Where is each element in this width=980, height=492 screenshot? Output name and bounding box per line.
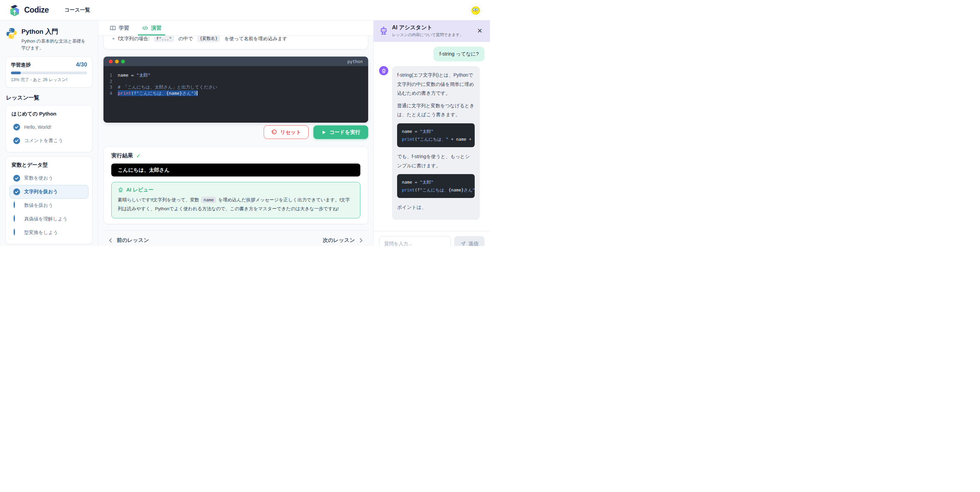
lesson-note-card: f文字列の場合: f"..." の中で {変数名} を使って名前を埋め込みます bbox=[103, 36, 368, 50]
progress-count: 4/30 bbox=[76, 61, 87, 68]
editor-code: name = "太郎" bbox=[118, 72, 150, 78]
lesson-group-title: はじめての Python bbox=[11, 111, 86, 117]
lesson-list-heading: レッスン一覧 bbox=[6, 94, 92, 102]
lesson-item[interactable]: 変数を使おう bbox=[10, 171, 89, 185]
lesson-item[interactable]: 真偽値を理解しよう bbox=[10, 212, 89, 226]
avatar[interactable] bbox=[469, 4, 482, 16]
tab-学習[interactable]: 学習 bbox=[105, 21, 133, 35]
course-title: Python 入門 bbox=[21, 27, 89, 36]
chat-ai-row: f-string(エフ文字列)とは、Pythonで文字列の中に変数の値を簡単に埋… bbox=[379, 66, 485, 220]
code-editor: python 1name = "太郎"23# 「こんにちは、太郎さん」と出力して… bbox=[103, 57, 368, 123]
ai-avatar-robot-icon bbox=[379, 66, 388, 75]
line-number: 3 bbox=[103, 84, 115, 90]
ai-assistant-panel: AI アシスタント レッスンの内容について質問できます。 ✕ f-string … bbox=[373, 21, 490, 246]
editor-text-area[interactable]: 1name = "太郎"23# 「こんにちは、太郎さん」と出力してください4pr… bbox=[103, 66, 368, 123]
review-inline-code: name bbox=[201, 196, 216, 203]
course-header: Python 入門 Python の基本的な文法と基礎を学びます。 bbox=[5, 27, 92, 51]
editor-actions: リセット コードを実行 bbox=[103, 125, 368, 139]
editor-code: # 「こんにちは、太郎さん」と出力してください bbox=[118, 84, 218, 90]
chat-token: = bbox=[412, 129, 420, 134]
brand[interactable]: Codize bbox=[8, 4, 49, 17]
assistant-header: AI アシスタント レッスンの内容について質問できます。 ✕ bbox=[374, 21, 490, 42]
chat-paragraph: でも、f-stringを使うと、もっとシンプルに書けます。 bbox=[397, 152, 475, 170]
chat-token: print bbox=[402, 187, 415, 193]
progress-card: 学習進捗 4/30 13% 完了 - あと 26 レッスン! bbox=[5, 57, 92, 88]
top-bar: Codize コース一覧 bbox=[0, 0, 490, 21]
lesson-note-inline-code: {変数名} bbox=[197, 36, 220, 42]
editor-token: = bbox=[128, 73, 136, 78]
lesson-tabbar: 学習演習 bbox=[98, 21, 373, 36]
editor-token: {name} bbox=[166, 91, 182, 96]
success-check-icon: ✓ bbox=[136, 153, 140, 159]
editor-code: print(f"こんにちは、{name}さん") bbox=[118, 90, 198, 96]
lesson-pager: 前のレッスン 変数を使おう 次のレッスン 数値を扱おう bbox=[103, 230, 368, 246]
lesson-item[interactable]: 数値を扱おう bbox=[10, 199, 89, 212]
app-window: Codize コース一覧 bbox=[0, 0, 490, 246]
chat-code-block: name = "太郎"print("こんにちは、" + name + " bbox=[397, 123, 475, 147]
brand-name: Codize bbox=[24, 5, 49, 14]
chat-paragraph: ポイントは、 bbox=[397, 203, 475, 212]
editor-token: ) bbox=[194, 91, 197, 96]
todo-circle-icon bbox=[13, 229, 20, 236]
editor-token: # 「こんにちは、太郎さん」と出力してください bbox=[118, 85, 218, 89]
lesson-note-text: の中で bbox=[178, 36, 193, 42]
chat-token: さん" bbox=[464, 187, 475, 193]
reset-icon bbox=[271, 129, 277, 135]
send-button[interactable]: 送信 bbox=[454, 236, 485, 246]
lesson-item-label: 文字列を扱おう bbox=[24, 189, 58, 195]
tab-演習[interactable]: 演習 bbox=[138, 21, 165, 35]
lesson-item-label: Hello, World! bbox=[24, 125, 51, 130]
chat-token: print bbox=[402, 137, 415, 142]
chat-paragraph: 普通に文字列と変数をつなげるときは、たとえばこう書きます。 bbox=[397, 101, 475, 119]
nav-course-list[interactable]: コース一覧 bbox=[64, 7, 90, 13]
check-circle-icon bbox=[13, 175, 20, 182]
check-circle-icon bbox=[13, 124, 20, 131]
python-logo-icon bbox=[5, 27, 18, 51]
editor-titlebar: python bbox=[103, 57, 368, 66]
close-icon[interactable]: ✕ bbox=[475, 26, 485, 35]
robot-icon bbox=[118, 187, 124, 193]
ai-review-box: AI レビュー 素晴らしいです!f文字列を使って、変数 name を埋め込んだ挨… bbox=[111, 182, 360, 219]
lesson-note-text: f文字列の場合: bbox=[118, 36, 150, 42]
chat-token: + bbox=[466, 137, 474, 142]
editor-token: name bbox=[118, 73, 128, 78]
editor-token: print bbox=[118, 91, 131, 96]
line-number: 1 bbox=[103, 72, 115, 78]
lesson-item-label: 変数を使おう bbox=[24, 175, 53, 181]
editor-token: f"こんにちは、 bbox=[134, 91, 166, 96]
assistant-subtitle: レッスンの内容について質問できます。 bbox=[392, 32, 464, 37]
window-minimize-dot-icon bbox=[115, 60, 119, 63]
code-icon bbox=[142, 25, 148, 31]
chat-token: = bbox=[412, 180, 420, 185]
text-cursor bbox=[197, 91, 197, 96]
review-text: 素晴らしいです!f文字列を使って、変数 bbox=[118, 197, 200, 202]
reset-button[interactable]: リセット bbox=[264, 125, 309, 139]
todo-circle bbox=[14, 215, 15, 222]
lesson-content: f文字列の場合: f"..." の中で {変数名} を使って名前を埋め込みます … bbox=[98, 36, 373, 246]
tab-label: 演習 bbox=[151, 25, 161, 31]
lesson-item[interactable]: コメントを書こう bbox=[10, 134, 89, 147]
chat-token: name bbox=[456, 137, 466, 142]
lesson-note: f文字列の場合: f"..." の中で {変数名} を使って名前を埋め込みます bbox=[113, 36, 359, 42]
terminal-output: こんにちは、太郎さん bbox=[111, 163, 360, 176]
lesson-item[interactable]: Hello, World! bbox=[10, 120, 89, 134]
chat-code-line: name = "太郎" bbox=[402, 178, 470, 186]
lesson-note-text: を使って名前を埋め込みます bbox=[224, 36, 287, 42]
prev-lesson-link[interactable]: 前のレッスン 変数を使おう bbox=[108, 237, 149, 246]
lesson-item-label: 型変換をしよう bbox=[24, 230, 58, 236]
question-input[interactable] bbox=[379, 236, 451, 246]
todo-circle-icon bbox=[13, 216, 20, 222]
main-panel: 学習演習 f文字列の場合: f"..." の中で {変数名} を使って名前を埋め… bbox=[98, 21, 373, 246]
run-code-button[interactable]: コードを実行 bbox=[313, 125, 368, 139]
lesson-item[interactable]: 型変換をしよう bbox=[10, 226, 89, 240]
course-sidebar: Python 入門 Python の基本的な文法と基礎を学びます。 学習進捗 4… bbox=[0, 21, 98, 246]
window-zoom-dot-icon bbox=[121, 60, 125, 63]
chat-token: {name} bbox=[449, 187, 464, 193]
next-lesson-link[interactable]: 次のレッスン 数値を扱おう bbox=[323, 237, 363, 246]
chat-token: name bbox=[402, 129, 412, 134]
bullet-icon bbox=[113, 38, 115, 40]
lesson-item[interactable]: 文字列を扱おう bbox=[10, 185, 89, 199]
chevron-right-icon bbox=[358, 238, 363, 243]
editor-token: ( bbox=[131, 91, 134, 96]
todo-circle-icon bbox=[13, 202, 20, 209]
